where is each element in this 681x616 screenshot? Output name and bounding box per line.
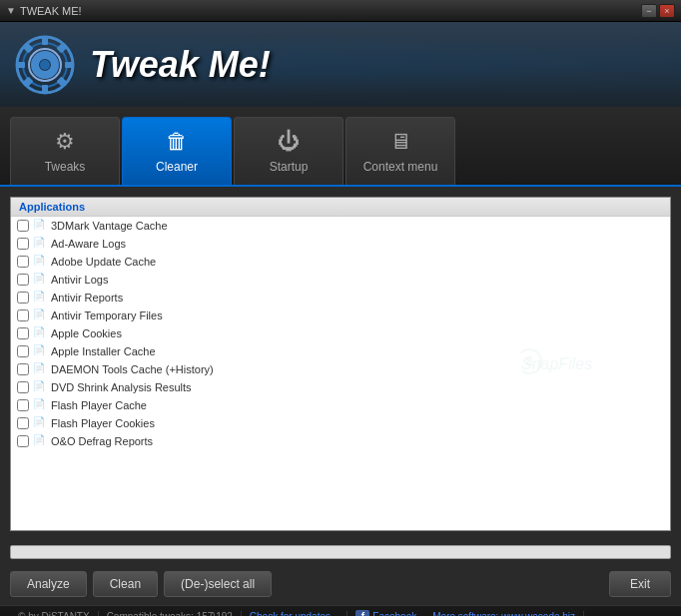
list-item-checkbox[interactable] <box>17 256 29 268</box>
list-item-label: DVD Shrink Analysis Results <box>51 381 192 393</box>
close-button[interactable]: × <box>659 4 675 18</box>
deselect-all-button[interactable]: (De-)select all <box>164 571 272 597</box>
item-file-icon: 📄 <box>33 308 47 322</box>
progress-area <box>0 541 681 563</box>
item-file-icon: 📄 <box>33 219 47 233</box>
list-item-checkbox[interactable] <box>17 399 29 411</box>
list-item[interactable]: 📄 O&O Defrag Reports <box>11 432 670 450</box>
list-item[interactable]: 📄 Antivir Temporary Files <box>11 307 670 324</box>
titlebar-controls: − × <box>641 4 675 18</box>
list-item-checkbox[interactable] <box>17 327 29 339</box>
progress-bar-track <box>10 545 671 559</box>
list-item-label: Ad-Aware Logs <box>51 238 126 250</box>
analyze-button[interactable]: Analyze <box>10 571 87 597</box>
item-file-icon: 📄 <box>33 398 47 412</box>
main-content: Applications 📄 3DMark Vantage Cache 📄 Ad… <box>0 187 681 541</box>
tab-context-menu[interactable]: 🖥 Context menu <box>345 117 455 185</box>
list-item-checkbox[interactable] <box>17 292 29 304</box>
item-file-icon: 📄 <box>33 344 47 358</box>
list-item[interactable]: 📄 Apple Installer Cache <box>11 342 670 360</box>
list-item[interactable]: 📄 Flash Player Cache <box>11 396 670 414</box>
list-item-label: Antivir Reports <box>51 292 123 304</box>
svg-rect-7 <box>17 62 25 68</box>
list-item-checkbox[interactable] <box>17 417 29 429</box>
cleaner-icon: 🗑 <box>166 129 188 155</box>
item-file-icon: 📄 <box>33 326 47 340</box>
tab-cleaner[interactable]: 🗑 Cleaner <box>122 117 232 185</box>
titlebar-left: ▼ TWEAK ME! <box>6 5 82 17</box>
titlebar-title: TWEAK ME! <box>20 5 82 17</box>
list-scroll[interactable]: 📄 3DMark Vantage Cache 📄 Ad-Aware Logs 📄… <box>11 217 670 530</box>
svg-rect-5 <box>42 37 48 45</box>
list-item[interactable]: 📄 DAEMON Tools Cache (+History) <box>11 360 670 378</box>
tab-context-menu-label: Context menu <box>363 160 438 174</box>
list-item[interactable]: 📄 Adobe Update Cache <box>11 253 670 271</box>
tab-startup[interactable]: ⏻ Startup <box>234 117 343 185</box>
tweaks-icon: ⚙ <box>55 129 75 155</box>
list-item-label: Apple Cookies <box>51 327 122 339</box>
list-item[interactable]: 📄 3DMark Vantage Cache <box>11 217 670 235</box>
buttons-area: Analyze Clean (De-)select all Exit <box>0 563 681 605</box>
status-bar: © by DiSTANTX Compatible tweaks: 157\192… <box>0 605 681 616</box>
list-item-label: Adobe Update Cache <box>51 256 156 268</box>
minimize-button[interactable]: − <box>641 4 657 18</box>
facebook-icon: f <box>355 610 369 617</box>
svg-rect-6 <box>42 85 48 93</box>
svg-rect-8 <box>65 62 73 68</box>
facebook-label: Facebook <box>372 611 416 616</box>
logo-gear <box>15 35 75 95</box>
startup-icon: ⏻ <box>278 129 300 155</box>
list-item[interactable]: 📄 Flash Player Cookies <box>11 414 670 432</box>
compatible-tweaks: Compatible tweaks: 157\192 <box>99 611 242 616</box>
clean-button[interactable]: Clean <box>93 571 158 597</box>
list-item-checkbox[interactable] <box>17 274 29 286</box>
list-item-label: Apple Installer Cache <box>51 345 156 357</box>
item-file-icon: 📄 <box>33 434 47 448</box>
app-title: Tweak Me! <box>90 44 271 86</box>
list-item-label: 3DMark Vantage Cache <box>51 220 168 232</box>
more-software-link[interactable]: More software: www.wecode.biz <box>424 611 584 616</box>
item-file-icon: 📄 <box>33 273 47 287</box>
check-updates-link[interactable]: Check for updates... <box>242 611 348 616</box>
list-item-checkbox[interactable] <box>17 238 29 250</box>
list-item-label: Flash Player Cache <box>51 399 147 411</box>
tab-cleaner-label: Cleaner <box>156 160 198 174</box>
item-file-icon: 📄 <box>33 362 47 376</box>
list-item-checkbox[interactable] <box>17 381 29 393</box>
item-file-icon: 📄 <box>33 291 47 305</box>
list-item-checkbox[interactable] <box>17 435 29 447</box>
list-item[interactable]: 📄 Ad-Aware Logs <box>11 235 670 253</box>
item-file-icon: 📄 <box>33 416 47 430</box>
list-item-label: Antivir Temporary Files <box>51 309 163 321</box>
exit-button[interactable]: Exit <box>609 571 671 597</box>
tab-tweaks-label: Tweaks <box>45 160 86 174</box>
titlebar: ▼ TWEAK ME! − × <box>0 0 681 22</box>
tab-startup-label: Startup <box>270 160 309 174</box>
list-item-checkbox[interactable] <box>17 363 29 375</box>
list-header: Applications <box>11 198 670 217</box>
context-menu-icon: 🖥 <box>389 129 411 155</box>
nav-tabs: ⚙ Tweaks 🗑 Cleaner ⏻ Startup 🖥 Context m… <box>0 107 681 187</box>
list-item[interactable]: 📄 Apple Cookies <box>11 324 670 342</box>
list-container: Applications 📄 3DMark Vantage Cache 📄 Ad… <box>10 197 671 531</box>
svg-point-4 <box>40 60 50 70</box>
list-item[interactable]: 📄 DVD Shrink Analysis Results <box>11 378 670 396</box>
tab-tweaks[interactable]: ⚙ Tweaks <box>10 117 120 185</box>
list-item-label: DAEMON Tools Cache (+History) <box>51 363 214 375</box>
list-item-label: Antivir Logs <box>51 274 108 286</box>
facebook-link[interactable]: f Facebook <box>347 610 424 617</box>
list-item-checkbox[interactable] <box>17 220 29 232</box>
list-item-checkbox[interactable] <box>17 345 29 357</box>
titlebar-icon: ▼ <box>6 5 16 16</box>
item-file-icon: 📄 <box>33 380 47 394</box>
list-item-label: Flash Player Cookies <box>51 417 155 429</box>
list-wrapper: Applications 📄 3DMark Vantage Cache 📄 Ad… <box>10 197 671 531</box>
item-file-icon: 📄 <box>33 255 47 269</box>
list-item[interactable]: 📄 Antivir Reports <box>11 289 670 307</box>
item-file-icon: 📄 <box>33 237 47 251</box>
list-item[interactable]: 📄 Antivir Logs <box>11 271 670 289</box>
list-item-checkbox[interactable] <box>17 309 29 321</box>
list-item-label: O&O Defrag Reports <box>51 435 153 447</box>
app-header: Tweak Me! <box>0 22 681 107</box>
copyright-text: © by DiSTANTX <box>10 611 99 616</box>
